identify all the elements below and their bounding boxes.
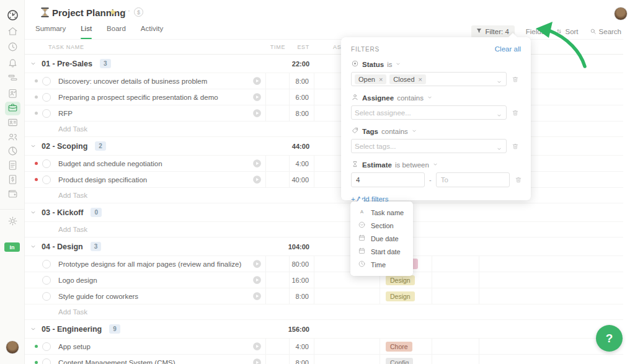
assignee-filter-label[interactable]: Assignee contains <box>351 93 521 102</box>
tags-filter-input[interactable] <box>351 139 507 153</box>
trash-icon[interactable] <box>511 75 521 84</box>
task-name[interactable]: Discovery: uncover details of business p… <box>58 78 207 85</box>
section-title[interactable]: 05 - Engineering <box>42 325 102 334</box>
trash-icon[interactable] <box>511 142 521 151</box>
section-title[interactable]: 01 - Pre-Sales <box>42 60 92 68</box>
chevron-down-icon[interactable] <box>30 60 37 67</box>
tab-activity[interactable]: Activity <box>141 25 163 39</box>
menu-item-section[interactable]: Section <box>350 219 413 232</box>
timer-logo-icon[interactable] <box>6 9 19 22</box>
play-timer-icon[interactable] <box>252 108 262 118</box>
filter-button[interactable]: Filter: 4 <box>471 25 514 38</box>
status-filter-input[interactable]: Open× Closed× <box>351 72 507 86</box>
chevron-down-icon[interactable] <box>30 243 37 250</box>
sidebar-item-clock[interactable] <box>5 41 20 55</box>
task-checkbox[interactable] <box>42 109 51 118</box>
tag-pill[interactable]: Design <box>386 275 415 285</box>
menu-item-start-date[interactable]: Start date <box>350 245 413 258</box>
play-timer-icon[interactable] <box>252 76 262 86</box>
chevron-down-icon[interactable] <box>30 209 37 216</box>
tag-pill[interactable]: Design <box>386 291 415 301</box>
fields-button[interactable]: Fields <box>526 28 545 35</box>
section-title[interactable]: 02 - Scoping <box>42 142 87 151</box>
play-timer-icon[interactable] <box>252 174 262 185</box>
billing-icon[interactable]: $ <box>134 7 143 17</box>
add-task-button[interactable]: Add Task <box>58 192 87 199</box>
task-checkbox[interactable] <box>42 342 51 351</box>
sidebar-item-projects[interactable] <box>5 72 20 86</box>
clear-all-link[interactable]: Clear all <box>495 45 521 53</box>
menu-item-task-name[interactable]: ATask name <box>350 206 413 219</box>
remove-chip-icon[interactable]: × <box>419 76 422 83</box>
sidebar-item-id-card[interactable] <box>5 117 20 130</box>
task-checkbox[interactable] <box>42 159 51 168</box>
task-checkbox[interactable] <box>42 77 51 86</box>
task-name[interactable]: Budget and schedule negotiation <box>58 160 162 167</box>
task-checkbox[interactable] <box>42 358 51 364</box>
sort-button[interactable]: Sort <box>556 28 578 36</box>
tracking-status-badge[interactable]: In <box>4 242 20 252</box>
menu-item-time[interactable]: Time <box>350 258 413 271</box>
sidebar-item-briefcase[interactable] <box>5 102 20 115</box>
play-timer-icon[interactable] <box>252 158 262 169</box>
trash-icon[interactable] <box>514 175 523 184</box>
estimate-filter-label[interactable]: Estimate is between <box>351 160 521 169</box>
status-filter-label[interactable]: Status is <box>351 60 521 69</box>
estimate-from-input[interactable] <box>351 172 425 187</box>
task-name[interactable]: Content Management System (CMS) <box>58 359 175 364</box>
help-button[interactable]: ? <box>596 325 623 352</box>
sidebar-item-invoice[interactable] <box>5 174 20 187</box>
add-task-button[interactable]: Add Task <box>58 226 87 233</box>
sidebar-item-wallet[interactable] <box>5 188 20 202</box>
task-name[interactable]: Product design specification <box>58 176 147 184</box>
task-name[interactable]: Preparing a prospect specific presentati… <box>58 94 218 101</box>
tags-select[interactable] <box>355 143 492 150</box>
task-checkbox[interactable] <box>42 260 51 269</box>
play-timer-icon[interactable] <box>252 275 262 285</box>
chevron-down-icon[interactable] <box>496 76 502 87</box>
assignee-select[interactable] <box>355 109 492 117</box>
filter-chip-closed[interactable]: Closed× <box>389 74 426 84</box>
user-avatar[interactable] <box>614 7 628 20</box>
tags-filter-label[interactable]: Tags contains <box>351 127 521 136</box>
more-options-icon[interactable]: ··· <box>121 6 131 15</box>
play-timer-icon[interactable] <box>252 291 262 301</box>
sidebar-item-pie-chart[interactable] <box>5 145 20 159</box>
sidebar-user-avatar[interactable] <box>6 340 19 354</box>
task-checkbox[interactable] <box>42 292 51 301</box>
sidebar-item-document[interactable] <box>5 159 20 173</box>
task-name[interactable]: Logo design <box>58 277 97 284</box>
star-icon[interactable]: ★ <box>109 7 117 17</box>
sidebar-item-clipboard[interactable] <box>5 87 20 101</box>
task-name[interactable]: App setup <box>58 343 91 350</box>
chevron-down-icon[interactable] <box>496 143 502 154</box>
section-title[interactable]: 04 - Design <box>42 242 83 251</box>
task-name[interactable]: Prototype designs for all major pages (r… <box>58 260 241 268</box>
play-timer-icon[interactable] <box>252 341 262 352</box>
menu-item-due-date[interactable]: Due date <box>350 232 413 245</box>
assignee-filter-input[interactable] <box>351 105 507 120</box>
chevron-down-icon[interactable] <box>30 143 37 149</box>
chevron-down-icon[interactable] <box>496 110 502 121</box>
sidebar-item-team[interactable] <box>5 131 20 144</box>
filter-chip-open[interactable]: Open× <box>355 74 386 84</box>
remove-chip-icon[interactable]: × <box>379 76 383 83</box>
tab-board[interactable]: Board <box>107 25 126 39</box>
chevron-down-icon[interactable] <box>30 326 37 332</box>
play-timer-icon[interactable] <box>252 259 262 269</box>
tab-summary[interactable]: Summary <box>35 25 66 39</box>
estimate-to-input[interactable] <box>436 172 510 187</box>
section-title[interactable]: 03 - Kickoff <box>42 208 83 217</box>
tab-list[interactable]: List <box>81 25 92 39</box>
trash-icon[interactable] <box>511 109 521 117</box>
play-timer-icon[interactable] <box>252 92 262 102</box>
sidebar-item-home[interactable] <box>5 25 20 39</box>
add-task-button[interactable]: Add Task <box>58 125 87 133</box>
play-timer-icon[interactable] <box>252 357 262 364</box>
task-name[interactable]: RFP <box>58 110 73 117</box>
task-name[interactable]: Style guide for coworkers <box>58 293 138 300</box>
task-checkbox[interactable] <box>42 93 51 102</box>
tag-pill[interactable]: Chore <box>386 342 412 352</box>
task-checkbox[interactable] <box>42 175 51 184</box>
add-task-button[interactable]: Add Task <box>58 308 87 316</box>
